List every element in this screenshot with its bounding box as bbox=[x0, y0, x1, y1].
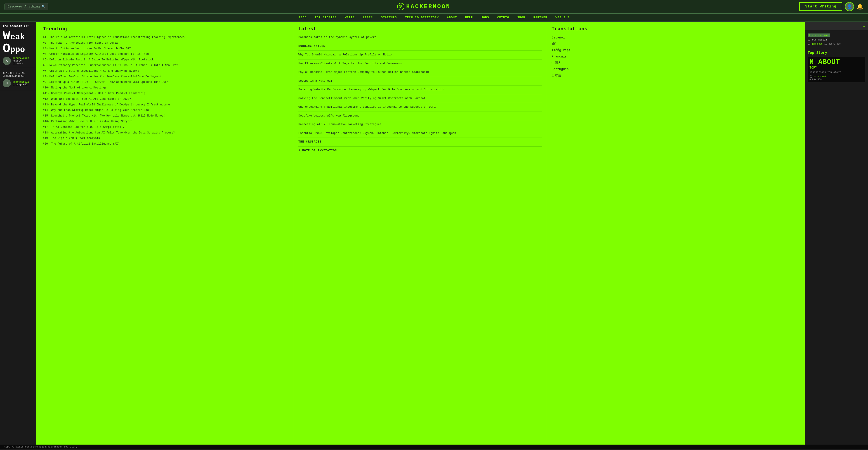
sidebar-article-1: The Apecoin (AP Weak Oppo A @andreydido … bbox=[0, 22, 36, 68]
list-item: A NOTE OF INVITATION bbox=[298, 149, 542, 155]
nav-startups[interactable]: STARTUPS bbox=[381, 16, 397, 19]
trending-link-14[interactable]: #14- Why the Lean Startup Model Might Be… bbox=[43, 108, 289, 112]
latest-link-7[interactable]: Solving the ConnectTimeoutError When Ver… bbox=[298, 96, 542, 101]
list-item: #8- Multi-Cloud DevOps: Strategies for S… bbox=[43, 75, 289, 79]
list-item: #12- What are the Best Free AI Art Gener… bbox=[43, 97, 289, 101]
rs-article-card: #future-of-ai o, our model) 🎧 10m read 1… bbox=[805, 30, 868, 48]
nav-partner[interactable]: PARTNER bbox=[533, 16, 548, 19]
list-item: PayPal Becomes First Major Fintech Compa… bbox=[298, 71, 542, 77]
nav-read[interactable]: READ bbox=[299, 16, 307, 19]
latest-link-9[interactable]: Deepfake Voices: AI's New Playground bbox=[298, 114, 542, 118]
trending-link-10[interactable]: #10- Making the Most of 1-on-1 Meetings bbox=[43, 86, 289, 90]
trending-link-4[interactable]: #4- Common Mistakes in Engineer-Authored… bbox=[43, 52, 289, 56]
trending-link-3[interactable]: #3- How to Optimize Your LinkedIn Profil… bbox=[43, 47, 289, 51]
latest-link-8[interactable]: Why Onboarding Traditional Investment Ve… bbox=[298, 105, 542, 109]
trending-link-2[interactable]: #2- The Power of Achieving Flow State in… bbox=[43, 41, 289, 45]
logo-area: ⏱ HACKERNOON bbox=[397, 3, 451, 10]
author-handle-1: @andreydido bbox=[13, 57, 33, 59]
trending-link-1[interactable]: #1- The Role of Artificial Intelligence … bbox=[43, 35, 289, 39]
list-item: #4- Common Mistakes in Engineer-Authored… bbox=[43, 52, 289, 56]
trending-link-11[interactable]: #11- Goodbye Product Management - Hello … bbox=[43, 92, 289, 95]
trending-link-18[interactable]: #18- Automating the Automation: Can AI F… bbox=[43, 131, 289, 135]
latest-link-running-waters[interactable]: RUNNING WATERS bbox=[298, 44, 542, 49]
latest-column: Latest Boldness takes in the dynamic sys… bbox=[294, 26, 547, 440]
latest-link-1[interactable]: Boldness takes in the dynamic system of … bbox=[298, 35, 542, 39]
trending-link-15[interactable]: #15- Launched a Project Twice with Two H… bbox=[43, 114, 289, 118]
status-bar: https://hackernoon.com/tagged/hackernoon… bbox=[0, 445, 868, 449]
lang-french[interactable]: Français bbox=[552, 55, 567, 58]
trending-link-17[interactable]: #17- Is AI Content Bad for SEO? It's Com… bbox=[43, 125, 289, 129]
list-item: Boosting Website Performance: Leveraging… bbox=[298, 88, 542, 94]
latest-link-6[interactable]: Boosting Website Performance: Leveraging… bbox=[298, 88, 542, 92]
latest-link-10[interactable]: Harnessing AI: 28 Innovative Marketing S… bbox=[298, 123, 542, 127]
rs-tag[interactable]: #future-of-ai bbox=[808, 33, 830, 37]
search-text: Discover Anything bbox=[7, 5, 40, 8]
list-item: Boldness takes in the dynamic system of … bbox=[298, 35, 542, 42]
sidebar-article-2: It's Not the Ma Sociopolitical- D @djcam… bbox=[0, 68, 36, 90]
trending-link-9[interactable]: #9- Setting Up a MinIO FTP/SFTP Server –… bbox=[43, 80, 289, 84]
left-sidebar: The Apecoin (AP Weak Oppo A @andreydido … bbox=[0, 22, 36, 445]
bell-icon[interactable]: 🔔 bbox=[857, 3, 864, 10]
list-item: Harnessing AI: 28 Innovative Marketing S… bbox=[298, 123, 542, 129]
trending-link-19[interactable]: #19- The Ripple (XRP) SWOT Analysis bbox=[43, 136, 289, 140]
top-story-card: N ABOUT TORY #hackernoon-top-story 🎧 147… bbox=[808, 57, 865, 82]
avatar[interactable]: 👤 bbox=[845, 2, 854, 11]
pencil-icon[interactable]: ✏ bbox=[863, 24, 865, 29]
ts-tag: #hackernoon-top-story bbox=[809, 71, 864, 74]
latest-link-4[interactable]: PayPal Becomes First Major Fintech Compa… bbox=[298, 71, 542, 75]
list-item: Why Onboarding Traditional Investment Ve… bbox=[298, 105, 542, 112]
top-story-section: Top Story N ABOUT TORY #hackernoon-top-s… bbox=[805, 48, 868, 85]
nav-crypto[interactable]: CRYPTO bbox=[497, 16, 509, 19]
trending-list: #1- The Role of Artificial Intelligence … bbox=[43, 35, 289, 146]
status-url: https://hackernoon.com/tagged/hackernoon… bbox=[3, 446, 77, 448]
latest-link-5[interactable]: DevOps in a Nutshell bbox=[298, 79, 542, 83]
nav-help[interactable]: HELP bbox=[465, 16, 473, 19]
trending-column: Trending #1- The Role of Artificial Inte… bbox=[41, 26, 294, 440]
list-item: Solving the ConnectTimeoutError When Ver… bbox=[298, 96, 542, 103]
rs-time-ago: 13 hours ago bbox=[825, 43, 841, 45]
lang-japanese[interactable]: 日本語 bbox=[552, 74, 561, 77]
nav-write[interactable]: WRITE bbox=[345, 16, 355, 19]
lang-portuguese[interactable]: Português bbox=[552, 67, 569, 71]
trending-link-20[interactable]: #20- The Future of Artificial Intelligen… bbox=[43, 142, 289, 146]
trending-link-13[interactable]: #13- Beyond the Hype: Real-World Challen… bbox=[43, 103, 289, 107]
trending-link-7[interactable]: #7- Unity AI: Creating Intelligent NPCs … bbox=[43, 69, 289, 73]
nav-tech-co-directory[interactable]: TECH CO DIRECTORY bbox=[405, 16, 439, 19]
latest-link-crusades[interactable]: THE CRUSADES bbox=[298, 140, 542, 144]
search-icon[interactable]: 🔍 bbox=[41, 5, 45, 8]
latest-list: Boldness takes in the dynamic system of … bbox=[298, 35, 542, 155]
nav-shop[interactable]: SHOP bbox=[517, 16, 525, 19]
nav-learn[interactable]: LEARN bbox=[363, 16, 373, 19]
lang-vietnamese[interactable]: Tiếng Việt bbox=[552, 49, 570, 52]
logo-icon: ⏱ bbox=[397, 3, 404, 10]
list-item: Why You Should Maintain a Relationship P… bbox=[298, 53, 542, 59]
nav-jobs[interactable]: JOBS bbox=[481, 16, 489, 19]
list-item: How Ethereum Clients Work Together for S… bbox=[298, 62, 542, 68]
latest-link-3[interactable]: How Ethereum Clients Work Together for S… bbox=[298, 62, 542, 66]
trending-link-8[interactable]: #8- Multi-Cloud DevOps: Strategies for S… bbox=[43, 75, 289, 79]
top-nav: Discover Anything 🔍 ⏱ HACKERNOON Start W… bbox=[0, 0, 868, 13]
nav-about[interactable]: ABOUT bbox=[447, 16, 457, 19]
nav-top-stories[interactable]: TOP STORIES bbox=[315, 16, 337, 19]
trending-link-12[interactable]: #12- What are the Best Free AI Art Gener… bbox=[43, 97, 289, 101]
lang-chinese[interactable]: 中国人 bbox=[552, 61, 561, 65]
rs-read-time: 🎧 10m read bbox=[808, 43, 823, 45]
latest-link-11[interactable]: Essential 2023 Developer Conferences: Ox… bbox=[298, 132, 542, 136]
trending-link-5[interactable]: #5- DeFi on Bitcoin Part 1: A Guide To B… bbox=[43, 58, 289, 62]
nav-web25[interactable]: WEB 2.5 bbox=[555, 16, 569, 19]
trending-link-16[interactable]: #16- Rethinking Web3: How to Build Faste… bbox=[43, 120, 289, 123]
list-item: DevOps in a Nutshell bbox=[298, 79, 542, 86]
list-item: #19- The Ripple (XRP) SWOT Analysis bbox=[43, 136, 289, 140]
search-area[interactable]: Discover Anything 🔍 bbox=[4, 3, 49, 10]
start-writing-button[interactable]: Start Writing bbox=[799, 2, 842, 11]
lang-espanol[interactable]: Español bbox=[552, 36, 565, 39]
latest-link-invitation[interactable]: A NOTE OF INVITATION bbox=[298, 149, 542, 153]
ts-read-time: 🎧 147m read bbox=[809, 75, 864, 78]
latest-link-2[interactable]: Why You Should Maintain a Relationship P… bbox=[298, 53, 542, 57]
main-content: Trending #1- The Role of Artificial Inte… bbox=[36, 22, 805, 445]
lang-hindi[interactable]: हिंदी bbox=[552, 42, 556, 46]
trending-link-6[interactable]: #6- Revolutionary Potential Superconduct… bbox=[43, 63, 289, 67]
author-handle-2: @djcampbell bbox=[13, 81, 29, 83]
rs-meta: 🎧 10m read 13 hours ago bbox=[808, 43, 865, 45]
right-sidebar: ✏ #future-of-ai o, our model) 🎧 10m read… bbox=[805, 22, 868, 445]
